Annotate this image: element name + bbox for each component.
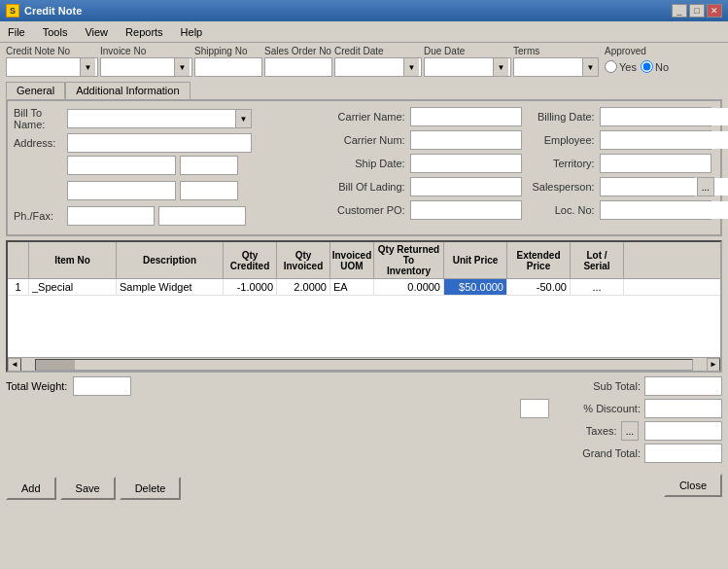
postalcode-input[interactable] bbox=[180, 181, 238, 200]
discount-pct-input[interactable]: 0 bbox=[520, 399, 549, 418]
loc-no-input[interactable] bbox=[601, 201, 728, 219]
terms-field: Terms 1% 10 Net 3 ▼ bbox=[513, 46, 599, 77]
cell-qty-invoiced[interactable]: 2.0000 bbox=[277, 279, 330, 295]
menu-view[interactable]: View bbox=[81, 25, 112, 39]
save-button[interactable]: Save bbox=[60, 477, 116, 500]
bill-to-section: Bill To Name: Seradex - sx001 ▼ Address:… bbox=[14, 107, 315, 229]
cell-description[interactable]: Sample Widget bbox=[117, 279, 224, 295]
territory-input[interactable] bbox=[600, 154, 711, 173]
cell-unit-price[interactable]: $50.0000 bbox=[444, 279, 507, 295]
terms-input[interactable]: 1% 10 Net 3 bbox=[514, 58, 582, 76]
action-buttons: Add Save Delete bbox=[6, 477, 181, 500]
subtotal-input[interactable]: -$50.00 bbox=[644, 376, 722, 396]
horizontal-scrollbar[interactable]: ◄ ► bbox=[8, 357, 720, 371]
approved-yes-radio[interactable] bbox=[605, 60, 617, 73]
cell-extended-price[interactable]: -50.00 bbox=[507, 279, 571, 295]
address1-input[interactable]: 4460 Harvester Road bbox=[67, 133, 252, 153]
menu-tools[interactable]: Tools bbox=[39, 25, 72, 39]
scroll-thumb[interactable] bbox=[36, 360, 75, 370]
sales-order-no-field: Sales Order No bbox=[264, 46, 332, 77]
billing-date-input[interactable]: 05/18/2011 bbox=[601, 108, 728, 125]
ship-date-input[interactable] bbox=[410, 154, 522, 173]
bill-to-name-input[interactable]: Seradex - sx001 bbox=[68, 110, 235, 127]
window-title: Credit Note bbox=[24, 5, 82, 17]
phone-input[interactable] bbox=[67, 206, 155, 226]
terms-label: Terms bbox=[513, 46, 599, 56]
city-input[interactable]: BURLINGTON bbox=[67, 156, 176, 175]
credit-date-dropdown[interactable]: ▼ bbox=[403, 58, 419, 76]
province-input[interactable]: ON bbox=[180, 156, 238, 175]
carrier-name-input[interactable] bbox=[410, 107, 522, 126]
tab-additional-information[interactable]: Additional Information bbox=[65, 82, 190, 99]
customer-po-input[interactable] bbox=[410, 200, 522, 220]
employee-input[interactable] bbox=[601, 131, 728, 149]
employee-label: Employee: bbox=[522, 134, 600, 146]
address-label: Address: bbox=[14, 137, 67, 149]
shipping-no-field: Shipping No bbox=[194, 46, 262, 77]
taxes-amt-input[interactable]: $0.00 bbox=[644, 421, 722, 441]
country-input[interactable]: Canada bbox=[67, 181, 176, 200]
cell-lot-serial[interactable]: ... bbox=[571, 279, 624, 295]
minimize-button[interactable]: _ bbox=[672, 4, 687, 18]
menu-reports[interactable]: Reports bbox=[121, 25, 167, 39]
sales-order-no-input[interactable] bbox=[264, 57, 332, 77]
subtotal-label: Sub Total: bbox=[553, 380, 641, 392]
cell-uom[interactable]: EA bbox=[330, 279, 374, 295]
bill-to-name-label: Bill To Name: bbox=[14, 107, 67, 130]
due-date-label: Due Date bbox=[424, 46, 511, 56]
invoice-no-dropdown[interactable]: ▼ bbox=[174, 58, 190, 76]
credit-note-no-input[interactable]: CN1105004 bbox=[7, 58, 80, 76]
ship-date-row: Ship Date: Territory: bbox=[323, 154, 714, 173]
ship-date-label: Ship Date: bbox=[323, 158, 410, 169]
approved-no-radio[interactable] bbox=[641, 60, 653, 73]
credit-note-no-field: Credit Note No CN1105004 ▼ bbox=[6, 46, 98, 77]
cell-qty-returned[interactable]: 0.0000 bbox=[374, 279, 444, 295]
col-qty-returned: Qty Returned ToInventory bbox=[374, 242, 444, 278]
carrier-num-label: Carrier Num: bbox=[323, 134, 410, 146]
subtotal-row: Sub Total: -$50.00 bbox=[553, 376, 722, 396]
tabs-container: General Additional Information bbox=[0, 80, 728, 99]
invoice-no-input[interactable]: IN11050001 bbox=[101, 58, 174, 76]
due-date-input[interactable]: 06/17/2011 bbox=[425, 58, 493, 76]
maximize-button[interactable]: □ bbox=[689, 4, 705, 18]
total-weight-input[interactable]: 0 bbox=[73, 376, 131, 396]
carrier-num-input[interactable] bbox=[410, 130, 522, 150]
salesperson-browse-btn[interactable]: ... bbox=[697, 177, 714, 196]
bottom-bar: Add Save Delete Close bbox=[0, 467, 728, 500]
employee-combo: ▼ bbox=[600, 130, 711, 150]
credit-note-no-label: Credit Note No bbox=[6, 46, 98, 56]
close-button[interactable]: Close bbox=[664, 474, 722, 497]
approved-yes-label: Yes bbox=[619, 61, 637, 73]
cell-item-no[interactable]: _Special bbox=[29, 279, 117, 295]
loc-no-combo: ▼ bbox=[600, 200, 711, 220]
bill-of-lading-input[interactable] bbox=[410, 177, 522, 196]
discount-amt-input[interactable]: $0.00 bbox=[644, 399, 722, 418]
footer-row: Total Weight: 0 Sub Total: -$50.00 0 % D… bbox=[0, 373, 728, 463]
add-button[interactable]: Add bbox=[6, 477, 56, 500]
grand-total-input[interactable]: -$50.00 bbox=[644, 444, 722, 463]
general-tab-panel: Bill To Name: Seradex - sx001 ▼ Address:… bbox=[6, 99, 722, 236]
title-bar: S Credit Note _ □ ✕ bbox=[0, 0, 728, 21]
scroll-right-btn[interactable]: ► bbox=[707, 358, 720, 372]
credit-date-input[interactable]: 05/18/2011 bbox=[335, 58, 403, 76]
tab-general[interactable]: General bbox=[6, 82, 65, 99]
scroll-track[interactable] bbox=[35, 359, 693, 371]
delete-button[interactable]: Delete bbox=[120, 477, 182, 500]
carrier-num-row: Carrier Num: Employee: ▼ bbox=[323, 130, 714, 150]
due-date-dropdown[interactable]: ▼ bbox=[493, 58, 508, 76]
close-window-button[interactable]: ✕ bbox=[707, 4, 722, 18]
cell-qty-credited[interactable]: -1.0000 bbox=[224, 279, 277, 295]
territory-label: Territory: bbox=[522, 158, 600, 169]
scroll-left-btn[interactable]: ◄ bbox=[8, 358, 21, 372]
bill-to-name-dropdown[interactable]: ▼ bbox=[235, 110, 251, 127]
menu-file[interactable]: File bbox=[4, 25, 29, 39]
credit-note-no-dropdown[interactable]: ▼ bbox=[80, 58, 95, 76]
col-unit-price: Unit Price bbox=[444, 242, 507, 278]
shipping-no-input[interactable] bbox=[194, 57, 262, 77]
terms-dropdown[interactable]: ▼ bbox=[582, 58, 598, 76]
taxes-btn[interactable]: ... bbox=[621, 421, 639, 441]
menu-help[interactable]: Help bbox=[177, 25, 207, 39]
fax-input[interactable] bbox=[158, 206, 246, 226]
billing-date-label: Billing Date: bbox=[522, 111, 600, 123]
bill-of-lading-row: Bill Of Lading: Salesperson: ▼ ... bbox=[323, 177, 714, 196]
